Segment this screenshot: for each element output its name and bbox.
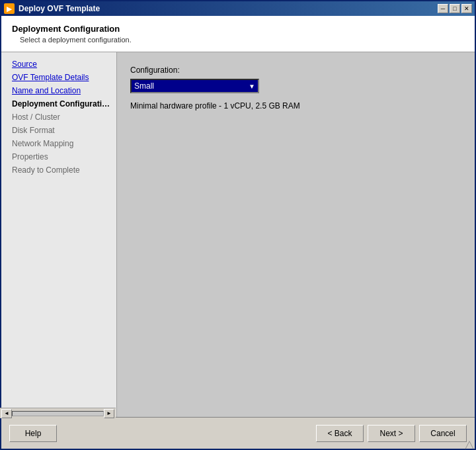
page-title: Deployment Configuration bbox=[12, 24, 464, 34]
scrollbar-track[interactable] bbox=[12, 411, 104, 416]
window-title: Deploy OVF Template bbox=[19, 4, 100, 13]
back-button[interactable]: < Back bbox=[316, 425, 364, 442]
sidebar-item-name-and-location[interactable]: Name and Location bbox=[1, 84, 116, 97]
sidebar-item-network-mapping: Network Mapping bbox=[1, 137, 116, 150]
header-panel: Deployment Configuration Select a deploy… bbox=[1, 16, 475, 52]
sidebar: Source OVF Template Details Name and Loc… bbox=[1, 52, 117, 417]
title-bar: ▶ Deploy OVF Template ─ □ ✕ bbox=[1, 1, 475, 16]
main-panel: Configuration: Small ▼ Minimal hardware … bbox=[117, 52, 475, 417]
window-body: Deployment Configuration Select a deploy… bbox=[1, 16, 475, 449]
close-button[interactable]: ✕ bbox=[461, 4, 472, 13]
page-subtitle: Select a deployment configuration. bbox=[20, 36, 464, 44]
help-button[interactable]: Help bbox=[9, 425, 57, 442]
sidebar-item-host-cluster: Host / Cluster bbox=[1, 111, 116, 124]
dropdown-arrow-icon: ▼ bbox=[249, 83, 255, 90]
cancel-button[interactable]: Cancel bbox=[419, 425, 467, 442]
configuration-dropdown[interactable]: Small ▼ bbox=[130, 79, 259, 93]
next-button[interactable]: Next > bbox=[368, 425, 415, 442]
resize-grip-icon: ╱╲ bbox=[463, 440, 476, 450]
deploy-ovf-window: ▶ Deploy OVF Template ─ □ ✕ Deployment C… bbox=[0, 0, 476, 450]
config-label: Configuration: bbox=[130, 66, 461, 75]
footer-left: Help bbox=[9, 425, 57, 442]
content-area: Source OVF Template Details Name and Loc… bbox=[1, 52, 475, 417]
sidebar-item-ovf-template-details[interactable]: OVF Template Details bbox=[1, 71, 116, 84]
config-description: Minimal hardware profile - 1 vCPU, 2.5 G… bbox=[130, 101, 461, 111]
footer-right: < Back Next > Cancel bbox=[316, 425, 467, 442]
scroll-right-button[interactable]: ► bbox=[104, 409, 114, 418]
sidebar-item-deployment-configuration[interactable]: Deployment Configuration bbox=[1, 97, 116, 111]
window-icon: ▶ bbox=[4, 3, 15, 14]
sidebar-scrollbar: ◄ ► bbox=[1, 408, 116, 418]
minimize-button[interactable]: ─ bbox=[438, 4, 448, 13]
dropdown-selected-value: Small bbox=[134, 81, 154, 91]
title-bar-text: ▶ Deploy OVF Template bbox=[4, 3, 100, 14]
sidebar-item-ready-to-complete: Ready to Complete bbox=[1, 163, 116, 177]
sidebar-item-properties: Properties bbox=[1, 150, 116, 163]
footer: Help < Back Next > Cancel bbox=[1, 417, 475, 449]
sidebar-item-source[interactable]: Source bbox=[1, 58, 116, 71]
sidebar-item-disk-format: Disk Format bbox=[1, 124, 116, 137]
scroll-left-button[interactable]: ◄ bbox=[1, 409, 12, 418]
config-dropdown-container: Small ▼ bbox=[130, 79, 461, 93]
title-bar-controls: ─ □ ✕ bbox=[438, 4, 472, 13]
maximize-button[interactable]: □ bbox=[450, 4, 460, 13]
